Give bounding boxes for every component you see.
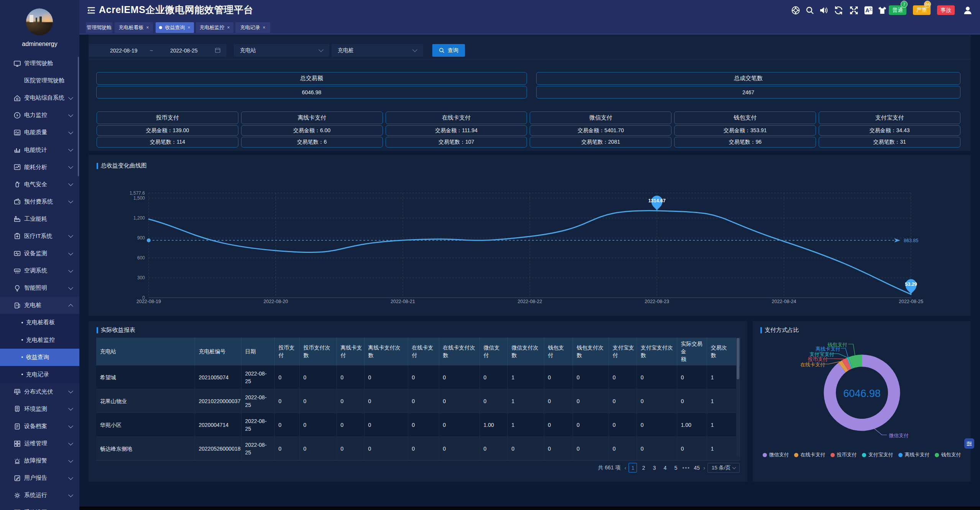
svg-text:863.85: 863.85 (904, 238, 918, 243)
svg-text:2022-08-23: 2022-08-23 (645, 299, 669, 304)
svg-text:2022-08-22: 2022-08-22 (518, 299, 542, 304)
svg-text:1,200: 1,200 (133, 215, 145, 221)
svg-text:2022-08-19: 2022-08-19 (136, 299, 161, 304)
svg-text:2022-08-20: 2022-08-20 (264, 299, 288, 304)
svg-text:600: 600 (137, 255, 145, 261)
svg-text:2022-08-24: 2022-08-24 (772, 299, 796, 304)
svg-text:文: 文 (869, 7, 872, 11)
svg-text:2022-08-21: 2022-08-21 (391, 299, 415, 304)
svg-text:1,500: 1,500 (133, 195, 145, 201)
svg-text:300: 300 (137, 275, 145, 280)
svg-text:900: 900 (137, 235, 145, 241)
svg-text:6046.98: 6046.98 (843, 388, 881, 399)
svg-text:1,577.6: 1,577.6 (130, 190, 145, 196)
svg-text:2022-08-25: 2022-08-25 (899, 299, 923, 304)
svg-text:53.29: 53.29 (905, 282, 917, 287)
svg-text:1314.67: 1314.67 (648, 198, 665, 203)
